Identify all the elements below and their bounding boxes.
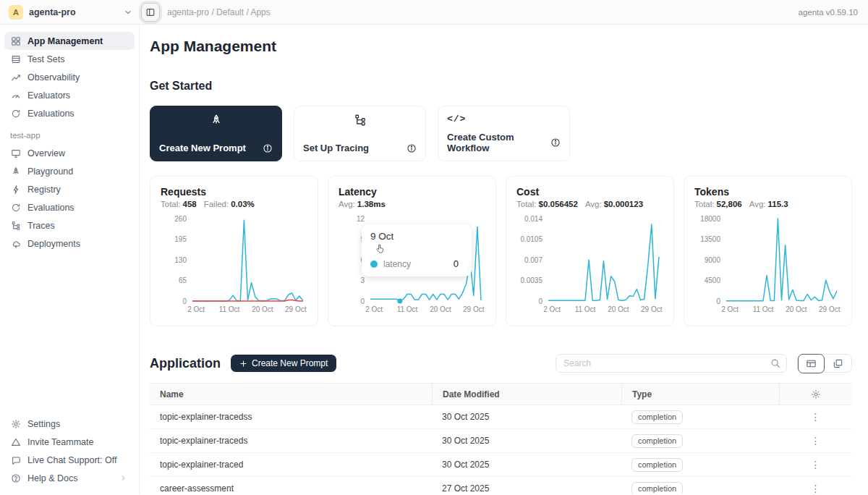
svg-text:29 Oct: 29 Oct [819, 305, 841, 313]
tooltip-series-name: latency [383, 259, 411, 269]
sidebar-app-item-overview[interactable]: Overview [4, 144, 135, 162]
sidebar-item-label: Observability [27, 72, 80, 82]
app-name-cell: career-assessment [150, 483, 432, 494]
column-header-type[interactable]: Type [621, 384, 779, 405]
table-row[interactable]: topic-explainer-traceds30 Oct 2025comple… [150, 429, 852, 453]
sidebar-main-items: App ManagementTest SetsObservabilityEval… [4, 32, 135, 122]
chart-card-latency: LatencyAvg:1.38ms0369122 Oct11 Oct20 Oct… [328, 176, 496, 326]
sidebar-app-item-registry[interactable]: Registry [4, 180, 135, 198]
sidebar-footer-item-settings[interactable]: Settings [4, 415, 135, 433]
table-view-button[interactable] [798, 354, 825, 373]
get-started-card-label: Create New Prompt [159, 143, 246, 153]
row-actions-menu[interactable]: ⋮ [811, 436, 821, 446]
branch-icon [10, 221, 21, 231]
svg-text:0: 0 [360, 297, 365, 305]
app-name-cell: topic-explainer-tracedss [150, 412, 432, 422]
sidebar-app-item-deployments[interactable]: Deployments [4, 234, 135, 253]
svg-text:2 Oct: 2 Oct [365, 305, 383, 313]
sidebar-app-item-traces[interactable]: Traces [4, 216, 135, 234]
sidebar-item-app-management[interactable]: App Management [4, 32, 135, 50]
svg-text:130: 130 [174, 256, 187, 264]
chart-cards-row: RequestsTotal:458Failed:0.03%06513019526… [150, 176, 852, 326]
svg-text:11 Oct: 11 Oct [753, 305, 774, 313]
sidebar-item-label: Traces [27, 221, 55, 231]
get-started-card-set-up-tracing[interactable]: Set Up Tracing [294, 106, 426, 161]
sidebar-item-label: Settings [27, 419, 60, 429]
sidebar-item-label: Deployments [27, 239, 80, 249]
breadcrumb[interactable]: agenta-pro / Default / Apps [167, 7, 799, 17]
sidebar-item-label: Registry [27, 185, 61, 195]
date-modified-cell: 30 Oct 2025 [432, 436, 621, 446]
svg-text:0.014: 0.014 [524, 215, 542, 223]
rows-icon [10, 54, 21, 64]
chart-card-tokens: TokensTotal:52,806Avg:115.30450090001350… [684, 176, 852, 326]
type-cell: completion [621, 458, 779, 472]
get-started-card-create-custom-workflow[interactable]: </>Create Custom Workflow [438, 106, 570, 161]
svg-text:20 Oct: 20 Oct [786, 305, 807, 313]
bolt-icon [10, 185, 21, 195]
refresh-icon [10, 203, 21, 213]
topbar: A agenta-pro agenta-pro / Default / Apps… [0, 0, 868, 25]
type-badge: completion [631, 434, 683, 448]
get-started-card-label: Create Custom Workflow [447, 132, 550, 153]
column-header-name[interactable]: Name [150, 389, 432, 399]
row-actions-menu[interactable]: ⋮ [811, 483, 821, 494]
svg-text:20 Oct: 20 Oct [608, 305, 629, 313]
help-icon [10, 473, 21, 483]
sidebar-footer-item-live-chat-support-off[interactable]: Live Chat Support: Off [4, 451, 135, 469]
chevron-down-icon[interactable] [124, 8, 132, 17]
gear-icon [10, 419, 21, 429]
sidebar-item-label: App Management [27, 36, 103, 46]
chart-stats: Total:$0.056452Avg:$0.000123 [516, 200, 663, 208]
application-title: Application [150, 356, 221, 371]
row-actions-menu[interactable]: ⋮ [811, 412, 821, 422]
workspace-switcher[interactable]: A agenta-pro [0, 5, 140, 20]
sidebar-item-label: Test Sets [27, 54, 64, 64]
hand-cursor-icon [375, 243, 386, 254]
column-settings[interactable] [779, 384, 852, 405]
create-new-prompt-button[interactable]: Create New Prompt [231, 355, 336, 372]
sidebar-item-observability[interactable]: Observability [4, 68, 135, 86]
type-badge: completion [631, 410, 683, 424]
table-row[interactable]: topic-explainer-traced30 Oct 2025complet… [150, 453, 852, 477]
legend-dot [370, 261, 378, 268]
svg-text:4500: 4500 [705, 276, 721, 284]
sidebar-section-label: test-app [4, 122, 135, 144]
svg-text:65: 65 [179, 276, 187, 284]
grid-icon [10, 36, 21, 46]
chart-stats: Avg:1.38ms [339, 200, 485, 208]
cloud-icon [10, 239, 21, 249]
sidebar-item-test-sets[interactable]: Test Sets [4, 50, 135, 68]
table-row[interactable]: career-assessment27 Oct 2025completion⋮ [150, 477, 852, 494]
date-modified-cell: 30 Oct 2025 [432, 412, 621, 422]
svg-text:2 Oct: 2 Oct [721, 305, 739, 313]
chart-title: Requests [161, 186, 307, 198]
chart-plot[interactable]: 00.00350.0070.01050.0142 Oct11 Oct20 Oct… [516, 214, 665, 316]
sidebar-item-evaluations[interactable]: Evaluations [4, 104, 135, 122]
svg-text:29 Oct: 29 Oct [285, 305, 307, 313]
refresh-icon [10, 109, 21, 119]
get-started-card-create-new-prompt[interactable]: Create New Prompt [150, 106, 282, 161]
type-badge: completion [631, 458, 683, 472]
search-input[interactable] [563, 358, 770, 368]
svg-text:9000: 9000 [705, 256, 721, 264]
chat-icon [10, 455, 21, 465]
column-header-date-modified[interactable]: Date Modified [432, 384, 621, 405]
branch-icon [303, 114, 417, 127]
card-view-button[interactable] [825, 354, 851, 373]
sidebar-item-evaluators[interactable]: Evaluators [4, 86, 135, 104]
sidebar-footer-item-help-docs[interactable]: Help & Docs [4, 469, 135, 487]
table-row[interactable]: topic-explainer-tracedss30 Oct 2025compl… [150, 405, 852, 429]
sidebar-app-item-evaluations[interactable]: Evaluations [4, 198, 135, 216]
sidebar-item-label: Playground [27, 166, 73, 177]
sidebar-app-item-playground[interactable]: Playground [4, 162, 135, 180]
chart-plot[interactable]: 04500900013500180002 Oct11 Oct20 Oct29 O… [694, 214, 843, 316]
date-modified-cell: 27 Oct 2025 [432, 483, 621, 494]
sidebar-footer-item-invite-teammate[interactable]: Invite Teammate [4, 433, 135, 451]
sidebar-toggle-button[interactable] [141, 3, 160, 22]
app-name-cell: topic-explainer-traceds [150, 436, 432, 446]
row-actions-menu[interactable]: ⋮ [811, 460, 821, 470]
chart-plot[interactable]: 0651301952602 Oct11 Oct20 Oct29 Oct [161, 214, 309, 316]
search-icon[interactable] [770, 358, 780, 368]
get-started-heading: Get Started [150, 80, 852, 93]
